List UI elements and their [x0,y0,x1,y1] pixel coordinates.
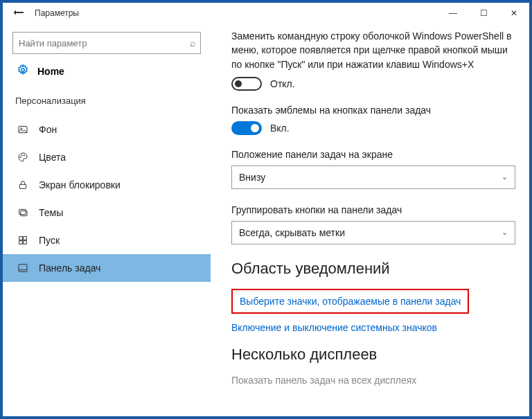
minimize-button[interactable]: — [438,3,468,24]
powershell-toggle[interactable] [231,77,262,91]
maximize-button[interactable]: ☐ [468,3,499,24]
settings-window: 🠔 Параметры — ☐ ✕ ⌕ Home Персонализация [3,3,529,416]
search-icon: ⌕ [190,37,195,48]
powershell-description: Заменить командную строку оболочкой Wind… [231,29,515,71]
select-value: Внизу [239,172,265,183]
sidebar-group-label: Персонализация [3,91,211,116]
titlebar: 🠔 Параметры — ☐ ✕ [3,3,529,24]
taskbar-icon [17,262,29,274]
search-input[interactable] [12,32,201,54]
svg-point-0 [21,69,25,72]
window-body: ⌕ Home Персонализация Фон Цвета Экран бл [3,24,529,416]
home-button[interactable]: Home [3,57,211,91]
svg-point-5 [24,155,24,156]
chevron-down-icon: ⌄ [502,228,508,237]
sidebar-item-label: Пуск [39,235,60,246]
group-buttons-select[interactable]: Всегда, скрывать метки ⌄ [231,221,515,244]
themes-icon [17,207,29,218]
svg-rect-8 [21,211,27,215]
link-select-taskbar-icons[interactable]: Выберите значки, отображаемые в панели з… [231,289,469,314]
picture-icon [17,124,29,135]
svg-point-3 [20,157,21,157]
svg-rect-6 [19,184,26,188]
select-value: Всегда, скрывать метки [239,227,345,238]
svg-rect-12 [24,241,27,244]
group-buttons-label: Группировать кнопки на панели задач [231,204,515,215]
sidebar: ⌕ Home Персонализация Фон Цвета Экран бл [3,24,211,416]
window-controls: — ☐ ✕ [438,3,529,24]
badges-toggle-row: Вкл. [231,121,515,135]
powershell-toggle-row: Откл. [231,77,515,91]
badges-label: Показать эмблемы на кнопках панели задач [231,105,515,116]
back-button[interactable]: 🠔 [8,7,29,19]
position-select[interactable]: Внизу ⌄ [231,166,515,189]
chevron-down-icon: ⌄ [502,172,508,181]
lock-icon [17,179,29,190]
multiple-displays-desc: Показать панель задач на всех дисплеях [231,375,515,386]
link-system-icons[interactable]: Включение и выключение системных значков [231,322,515,333]
sidebar-item-taskbar[interactable]: Панель задач [3,254,211,282]
sidebar-item-label: Темы [39,207,63,218]
position-label: Положение панели задач на экране [231,149,515,160]
sidebar-item-themes[interactable]: Темы [3,199,211,226]
multiple-displays-heading: Несколько дисплеев [231,346,515,364]
sidebar-item-start[interactable]: Пуск [3,226,211,254]
window-title: Параметры [35,8,79,18]
start-icon [17,235,29,246]
sidebar-item-label: Панель задач [39,262,100,274]
sidebar-item-label: Фон [39,124,57,135]
sidebar-item-label: Экран блокировки [39,179,121,190]
badges-toggle[interactable] [231,121,262,135]
svg-rect-11 [19,241,23,244]
gear-icon [17,64,29,79]
sidebar-item-lockscreen[interactable]: Экран блокировки [3,171,211,199]
notification-area-heading: Область уведомлений [231,260,515,278]
palette-icon [17,152,29,163]
toggle-state-label: Откл. [270,78,295,89]
svg-rect-13 [19,265,27,272]
svg-rect-9 [19,237,23,240]
search-wrap: ⌕ [3,24,211,57]
sidebar-item-label: Цвета [39,152,66,163]
close-button[interactable]: ✕ [499,3,529,24]
svg-rect-10 [24,237,27,240]
home-label: Home [37,66,64,77]
sidebar-item-colors[interactable]: Цвета [3,143,211,171]
svg-point-4 [21,155,22,156]
toggle-state-label: Вкл. [270,123,290,134]
sidebar-item-background[interactable]: Фон [3,116,211,143]
content-pane: Заменить командную строку оболочкой Wind… [211,24,529,416]
svg-rect-7 [19,209,26,214]
